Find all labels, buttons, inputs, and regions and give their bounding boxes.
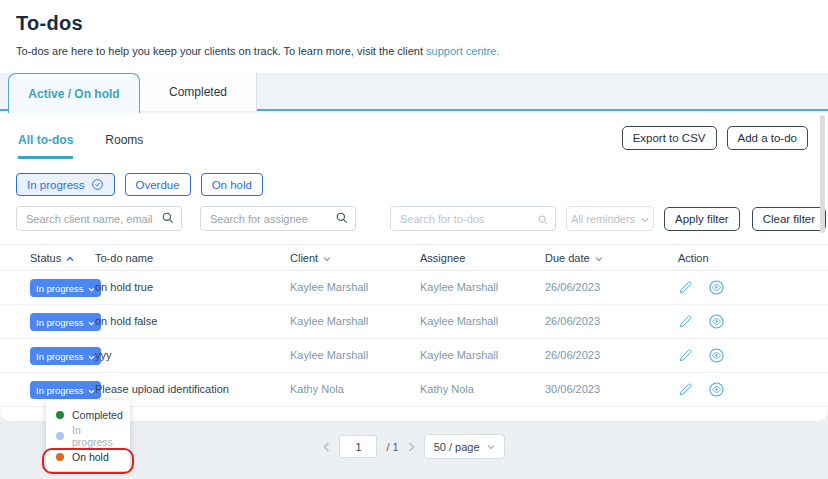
chevron-down-icon bbox=[641, 213, 649, 225]
todos-table: Status To-do name Client Assignee Due da… bbox=[0, 244, 828, 407]
tab-completed[interactable]: Completed bbox=[140, 73, 257, 111]
search-client-input[interactable] bbox=[16, 206, 182, 231]
view-eye-icon[interactable] bbox=[708, 279, 725, 298]
view-eye-icon[interactable] bbox=[708, 347, 725, 366]
menu-item-in-progress[interactable]: In progress bbox=[46, 425, 130, 446]
status-dropdown-button[interactable]: In progress bbox=[30, 381, 101, 399]
cell-actions bbox=[678, 313, 725, 332]
table-row: In progress on hold true Kaylee Marshall… bbox=[0, 271, 828, 305]
cell-todo-name: yyy bbox=[95, 349, 112, 361]
filter-bar: All reminders Apply filter Clear filter bbox=[16, 206, 828, 231]
cell-todo-name: on hold true bbox=[95, 281, 153, 293]
search-client-field bbox=[16, 206, 182, 231]
status-filter-chips: In progress Overdue On hold bbox=[16, 173, 828, 196]
apply-filter-button[interactable]: Apply filter bbox=[664, 207, 740, 231]
edit-pencil-icon[interactable] bbox=[678, 313, 694, 332]
view-eye-icon[interactable] bbox=[708, 381, 725, 400]
table-header: Status To-do name Client Assignee Due da… bbox=[0, 244, 828, 271]
header-action: Action bbox=[678, 252, 709, 264]
cell-due-date: 26/06/2023 bbox=[545, 281, 600, 293]
status-dropdown-button[interactable]: In progress bbox=[30, 279, 101, 297]
status-dot-completed-icon bbox=[56, 411, 64, 419]
chip-overdue[interactable]: Overdue bbox=[125, 173, 191, 196]
search-assignee-field bbox=[200, 206, 356, 231]
header-client[interactable]: Client bbox=[290, 252, 331, 264]
page-number-input[interactable] bbox=[339, 435, 377, 458]
reminders-dropdown[interactable]: All reminders bbox=[566, 206, 654, 231]
search-icon bbox=[335, 211, 349, 229]
prev-page-icon[interactable] bbox=[323, 442, 330, 452]
search-todos-input[interactable] bbox=[390, 206, 556, 231]
support-centre-link[interactable]: support centre. bbox=[426, 45, 499, 57]
page-size-dropdown[interactable]: 50 / page bbox=[424, 434, 505, 459]
search-icon bbox=[537, 212, 549, 230]
chevron-down-icon bbox=[487, 444, 495, 450]
chevron-down-icon bbox=[88, 283, 95, 294]
subtab-rooms[interactable]: Rooms bbox=[105, 133, 143, 159]
chip-in-progress[interactable]: In progress bbox=[16, 173, 115, 196]
sort-ascending-icon bbox=[66, 252, 74, 264]
cell-actions bbox=[678, 347, 725, 366]
cell-assignee: Kathy Nola bbox=[420, 383, 474, 395]
edit-pencil-icon[interactable] bbox=[678, 381, 694, 400]
menu-item-completed[interactable]: Completed bbox=[46, 404, 130, 425]
add-todo-button[interactable]: Add a to-do bbox=[727, 126, 808, 150]
page-total-label: / 1 bbox=[386, 441, 398, 453]
cell-client: Kaylee Marshall bbox=[290, 349, 368, 361]
main-tabs: Active / On hold Completed bbox=[0, 73, 828, 111]
header-status[interactable]: Status bbox=[30, 252, 74, 264]
todos-panel: All to-dos Rooms Export to CSV Add a to-… bbox=[0, 113, 828, 421]
sort-icon bbox=[595, 252, 603, 264]
search-todos-field bbox=[390, 206, 556, 231]
status-dropdown-button[interactable]: In progress bbox=[30, 347, 101, 365]
cell-client: Kathy Nola bbox=[290, 383, 344, 395]
clear-filter-button[interactable]: Clear filter bbox=[752, 207, 826, 231]
status-dot-in-progress-icon bbox=[56, 432, 64, 440]
cell-client: Kaylee Marshall bbox=[290, 315, 368, 327]
chevron-down-icon bbox=[88, 351, 95, 362]
toolbar: Export to CSV Add a to-do bbox=[622, 126, 808, 150]
sort-icon bbox=[323, 252, 331, 264]
export-csv-button[interactable]: Export to CSV bbox=[622, 126, 717, 150]
header-todo-name[interactable]: To-do name bbox=[95, 252, 153, 264]
cell-todo-name: on hold false bbox=[95, 315, 157, 327]
edit-pencil-icon[interactable] bbox=[678, 347, 694, 366]
cell-assignee: Kaylee Marshall bbox=[420, 349, 498, 361]
subtab-all-todos[interactable]: All to-dos bbox=[18, 133, 73, 159]
cell-client: Kaylee Marshall bbox=[290, 281, 368, 293]
search-icon bbox=[161, 211, 175, 229]
cell-due-date: 26/06/2023 bbox=[545, 315, 600, 327]
menu-item-on-hold[interactable]: On hold bbox=[46, 446, 130, 467]
cell-actions bbox=[678, 381, 725, 400]
page-title: To-dos bbox=[0, 0, 828, 35]
tab-active-on-hold[interactable]: Active / On hold bbox=[8, 73, 140, 113]
cell-assignee: Kaylee Marshall bbox=[420, 315, 498, 327]
status-dropdown-menu: Completed In progress On hold bbox=[46, 400, 130, 471]
chevron-down-icon bbox=[88, 385, 95, 396]
status-dot-on-hold-icon bbox=[56, 453, 64, 461]
cell-due-date: 26/06/2023 bbox=[545, 349, 600, 361]
cell-due-date: 30/06/2023 bbox=[545, 383, 600, 395]
table-row: In progress on hold false Kaylee Marshal… bbox=[0, 305, 828, 339]
page-description: To-dos are here to help you keep your cl… bbox=[0, 35, 828, 57]
header-assignee[interactable]: Assignee bbox=[420, 252, 465, 264]
view-eye-icon[interactable] bbox=[708, 313, 725, 332]
filter-actions: Apply filter Clear filter bbox=[664, 207, 826, 231]
check-circle-icon bbox=[91, 178, 104, 191]
edit-pencil-icon[interactable] bbox=[678, 279, 694, 298]
status-dropdown-button[interactable]: In progress bbox=[30, 313, 101, 331]
cell-actions bbox=[678, 279, 725, 298]
search-assignee-input[interactable] bbox=[200, 206, 356, 231]
scrollbar-thumb[interactable] bbox=[820, 115, 825, 233]
page-header: To-dos To-dos are here to help you keep … bbox=[0, 0, 828, 73]
next-page-icon[interactable] bbox=[408, 442, 415, 452]
cell-assignee: Kaylee Marshall bbox=[420, 281, 498, 293]
chevron-down-icon bbox=[88, 317, 95, 328]
table-row: In progress yyy Kaylee Marshall Kaylee M… bbox=[0, 339, 828, 373]
chip-on-hold[interactable]: On hold bbox=[201, 173, 263, 196]
cell-todo-name: Please upload identification bbox=[95, 383, 229, 395]
header-due-date[interactable]: Due date bbox=[545, 252, 603, 264]
